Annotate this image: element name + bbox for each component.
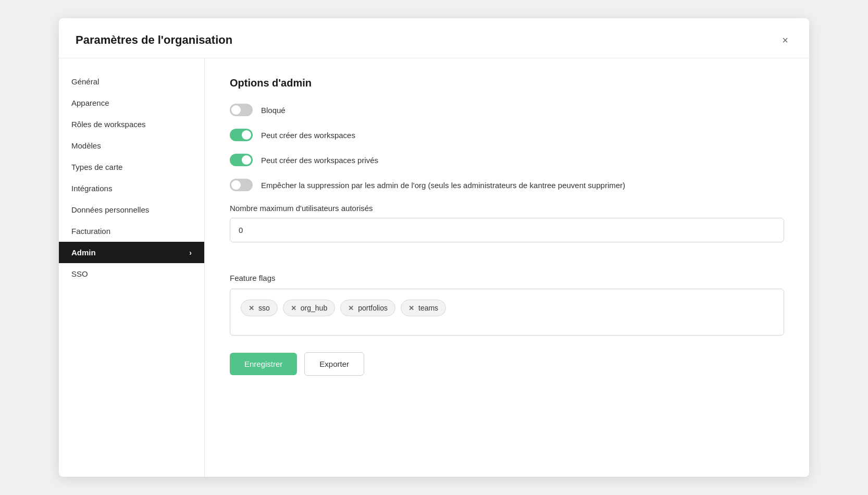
sidebar-item-integrations[interactable]: Intégrations — [59, 178, 204, 199]
flag-label-sso: sso — [258, 304, 270, 312]
sidebar-item-facturation[interactable]: Facturation — [59, 220, 204, 242]
flag-tag-portfolios: ✕portfolios — [340, 300, 395, 316]
flag-label-org_hub: org_hub — [301, 304, 327, 312]
sidebar-item-label: Facturation — [71, 227, 110, 236]
option-label-empecher-suppression: Empêcher la suppression par les admin de… — [261, 181, 625, 190]
feature-flags-section: Nombre maximum d'utilisateurs autorisés — [230, 204, 784, 257]
sidebar-item-roles[interactable]: Rôles de workspaces — [59, 114, 204, 135]
flag-label-portfolios: portfolios — [358, 304, 388, 312]
flag-tag-org_hub: ✕org_hub — [283, 300, 335, 316]
sidebar-item-label: Données personnelles — [71, 205, 149, 214]
save-button[interactable]: Enregistrer — [230, 353, 297, 375]
max-users-label: Nombre maximum d'utilisateurs autorisés — [230, 204, 784, 213]
toggle-slider-empecher-suppression — [230, 179, 253, 191]
feature-flags-label: Feature flags — [230, 274, 784, 282]
sidebar-item-apparence[interactable]: Apparence — [59, 92, 204, 114]
sidebar: GénéralApparenceRôles de workspacesModèl… — [59, 58, 205, 477]
main-content: Options d'admin BloquéPeut créer des wor… — [205, 58, 809, 477]
option-row-empecher-suppression: Empêcher la suppression par les admin de… — [230, 179, 784, 191]
toggle-slider-creer-workspaces-prives — [230, 154, 253, 166]
option-row-bloque: Bloqué — [230, 104, 784, 116]
sidebar-item-modeles[interactable]: Modèles — [59, 135, 204, 156]
sidebar-item-label: Modèles — [71, 141, 101, 150]
option-label-bloque: Bloqué — [261, 106, 286, 115]
remove-flag-icon-portfolios[interactable]: ✕ — [348, 304, 354, 312]
section-title: Options d'admin — [230, 77, 784, 89]
flag-label-teams: teams — [418, 304, 438, 312]
options-container: BloquéPeut créer des workspacesPeut crée… — [230, 104, 784, 191]
sidebar-item-donnees[interactable]: Données personnelles — [59, 199, 204, 220]
toggle-creer-workspaces[interactable] — [230, 129, 253, 141]
option-label-creer-workspaces-prives: Peut créer des workspaces privés — [261, 156, 378, 165]
modal: Paramètres de l'organisation × GénéralAp… — [59, 18, 809, 477]
remove-flag-icon-org_hub[interactable]: ✕ — [291, 304, 296, 312]
sidebar-item-label: SSO — [71, 269, 88, 278]
modal-title: Paramètres de l'organisation — [76, 33, 232, 47]
max-users-input[interactable] — [230, 218, 784, 242]
modal-header: Paramètres de l'organisation × — [59, 18, 809, 58]
toggle-empecher-suppression[interactable] — [230, 179, 253, 191]
remove-flag-icon-teams[interactable]: ✕ — [408, 304, 414, 312]
chevron-right-icon: › — [189, 249, 192, 257]
remove-flag-icon-sso[interactable]: ✕ — [249, 304, 254, 312]
sidebar-item-types-carte[interactable]: Types de carte — [59, 156, 204, 178]
toggle-bloque[interactable] — [230, 104, 253, 116]
sidebar-item-label: Types de carte — [71, 163, 122, 171]
sidebar-item-label: Général — [71, 77, 99, 86]
toggle-slider-creer-workspaces — [230, 129, 253, 141]
toggle-slider-bloque — [230, 104, 253, 116]
actions-row: Enregistrer Exporter — [230, 352, 784, 376]
sidebar-item-label: Admin — [71, 248, 96, 257]
sidebar-item-label: Apparence — [71, 98, 109, 107]
modal-body: GénéralApparenceRôles de workspacesModèl… — [59, 58, 809, 477]
toggle-creer-workspaces-prives[interactable] — [230, 154, 253, 166]
feature-flags-wrapper: Feature flags ✕sso✕org_hub✕portfolios✕te… — [230, 274, 784, 336]
flag-tag-sso: ✕sso — [241, 300, 278, 316]
option-row-creer-workspaces: Peut créer des workspaces — [230, 129, 784, 141]
option-row-creer-workspaces-prives: Peut créer des workspaces privés — [230, 154, 784, 166]
export-button[interactable]: Exporter — [304, 352, 364, 376]
sidebar-item-admin[interactable]: Admin› — [59, 242, 204, 263]
sidebar-item-general[interactable]: Général — [59, 71, 204, 92]
flag-tag-teams: ✕teams — [401, 300, 446, 316]
sidebar-item-label: Intégrations — [71, 184, 112, 193]
sidebar-item-sso[interactable]: SSO — [59, 263, 204, 284]
sidebar-item-label: Rôles de workspaces — [71, 120, 146, 129]
option-label-creer-workspaces: Peut créer des workspaces — [261, 131, 355, 140]
close-button[interactable]: × — [778, 33, 792, 47]
feature-flags-box: ✕sso✕org_hub✕portfolios✕teams — [230, 289, 784, 336]
